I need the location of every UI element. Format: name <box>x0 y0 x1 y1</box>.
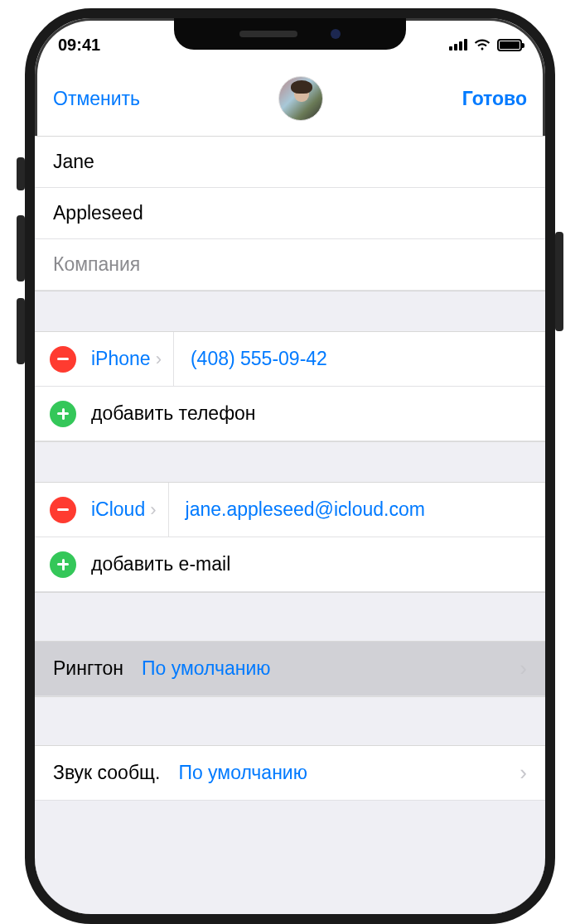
text-tone-value: По умолчанию <box>160 762 520 784</box>
chevron-right-icon: › <box>520 656 527 681</box>
nav-bar: Отменить Готово <box>35 65 545 136</box>
status-time: 09:41 <box>58 36 100 55</box>
ringtone-value: По умолчанию <box>123 657 520 680</box>
email-row: iCloud › jane.appleseed@icloud.com <box>35 483 545 537</box>
first-name-value: Jane <box>53 151 94 173</box>
contact-avatar[interactable] <box>278 76 323 121</box>
add-email-label: добавить e-mail <box>76 553 230 575</box>
first-name-field[interactable]: Jane <box>35 137 545 188</box>
remove-email-icon[interactable] <box>50 497 76 523</box>
text-tone-row[interactable]: Звук сообщ. По умолчанию › <box>35 746 545 801</box>
remove-phone-icon[interactable] <box>50 346 76 373</box>
notch <box>174 18 406 50</box>
cellular-icon <box>449 39 467 51</box>
phone-type-label: iPhone <box>91 348 151 370</box>
phone-number-field[interactable]: (408) 555-09-42 <box>174 348 530 370</box>
last-name-value: Appleseed <box>53 202 143 224</box>
email-type-button[interactable]: iCloud › <box>76 498 168 521</box>
chevron-right-icon: › <box>520 760 527 786</box>
email-type-label: iCloud <box>91 498 145 521</box>
wifi-icon <box>474 39 491 51</box>
cancel-button[interactable]: Отменить <box>53 88 140 110</box>
add-email-icon <box>50 551 76 578</box>
chevron-right-icon: › <box>156 349 162 370</box>
phone-type-button[interactable]: iPhone › <box>76 348 173 370</box>
text-tone-label: Звук сообщ. <box>53 762 160 784</box>
phone-frame: 09:41 Отменить Готово Jane Appleseed Ком… <box>25 8 555 924</box>
add-email-row[interactable]: добавить e-mail <box>35 537 545 592</box>
battery-icon <box>497 39 522 51</box>
add-phone-icon <box>50 401 76 427</box>
add-phone-row[interactable]: добавить телефон <box>35 387 545 441</box>
ringtone-label: Рингтон <box>53 657 123 680</box>
chevron-right-icon: › <box>150 499 156 521</box>
company-field[interactable]: Компания <box>35 239 545 291</box>
last-name-field[interactable]: Appleseed <box>35 188 545 239</box>
add-phone-label: добавить телефон <box>76 402 256 425</box>
phone-row: iPhone › (408) 555-09-42 <box>35 332 545 387</box>
done-button[interactable]: Готово <box>462 88 527 110</box>
company-placeholder: Компания <box>53 253 140 276</box>
email-address-field[interactable]: jane.appleseed@icloud.com <box>169 498 530 521</box>
ringtone-row[interactable]: Рингтон По умолчанию › <box>35 642 545 696</box>
